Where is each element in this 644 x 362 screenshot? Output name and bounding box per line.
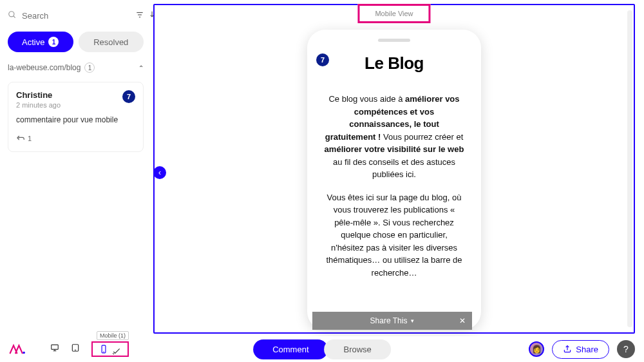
browse-button[interactable]: Browse — [325, 339, 391, 359]
mobile-icon-active[interactable]: Mobile (1) — [91, 341, 129, 357]
tab-resolved-label: Resolved — [93, 37, 128, 47]
page-name-label: la-webeuse.com/blog — [8, 63, 80, 72]
search-row — [8, 8, 144, 24]
user-avatar[interactable]: 👩 — [529, 341, 544, 357]
device-speaker — [378, 39, 410, 42]
device-screen[interactable]: 7 Le Blog Ce blog vous aide à améliorer … — [312, 48, 476, 325]
tablet-icon[interactable] — [71, 343, 80, 355]
desktop-icon[interactable] — [50, 343, 59, 355]
tab-active-label: Active — [22, 37, 44, 47]
filter-icon[interactable] — [135, 10, 144, 21]
close-icon[interactable]: ✕ — [459, 316, 466, 325]
tab-active[interactable]: Active 1 — [8, 32, 73, 52]
share-button-label: Share — [576, 345, 598, 354]
search-input[interactable] — [22, 11, 130, 21]
tab-active-count: 1 — [48, 37, 59, 47]
chevron-up-icon: ⌃ — [138, 64, 144, 71]
blog-title: Le Blog — [324, 53, 464, 73]
right-actions: 👩 Share ? — [529, 340, 635, 359]
comment-card[interactable]: Christine 2 minutes ago 7 commentaire po… — [8, 82, 144, 152]
comment-text: commentaire pour vue mobile — [16, 115, 135, 124]
center-actions: Comment Browse — [253, 339, 391, 359]
bottom-bar: Mobile (1) Comment Browse 👩 Share ? — [0, 336, 644, 362]
comment-author: Christine — [16, 90, 61, 100]
page-group: la-webeuse.com/blog 1 ⌃ — [8, 60, 144, 75]
chevron-down-icon: ▾ — [411, 318, 414, 324]
share-bar[interactable]: Share This ▾ ✕ — [312, 312, 472, 330]
comment-badge: 7 — [122, 90, 135, 103]
replies-icon — [16, 133, 25, 144]
app-logo[interactable] — [9, 343, 27, 356]
share-bar-label: Share This — [370, 316, 408, 325]
preview-viewport: Mobile View ‹ 7 Le Blog Ce blog vous aid… — [153, 4, 635, 334]
svg-point-0 — [9, 12, 14, 17]
viewport-label: Mobile View — [357, 4, 430, 23]
page-row[interactable]: la-webeuse.com/blog 1 ⌃ — [8, 60, 144, 75]
reply-count: 1 — [28, 135, 32, 142]
scrollbar-vertical[interactable] — [627, 10, 632, 327]
sidebar: Active 1 Resolved la-webeuse.com/blog 1 … — [0, 0, 151, 336]
device-switcher: Mobile (1) — [50, 341, 129, 357]
comment-button[interactable]: Comment — [253, 339, 328, 359]
mobile-device-frame: 7 Le Blog Ce blog vous aide à améliorer … — [307, 30, 481, 330]
tab-resolved[interactable]: Resolved — [79, 32, 144, 52]
comment-time: 2 minutes ago — [16, 101, 61, 109]
comment-footer: 1 — [16, 133, 135, 144]
comment-marker[interactable]: 7 — [316, 53, 329, 66]
collapse-sidebar-handle[interactable]: ‹ — [153, 166, 166, 179]
svg-line-1 — [14, 16, 15, 18]
blog-paragraph-1: Ce blog vous aide à améliorer vos compét… — [324, 93, 464, 181]
svg-rect-6 — [52, 345, 59, 349]
page-count: 1 — [84, 62, 95, 73]
search-icon — [8, 10, 17, 21]
svg-point-5 — [23, 352, 25, 354]
mobile-tooltip: Mobile (1) — [97, 331, 129, 340]
blog-paragraph-2: Vous êtes ici sur la page du blog, où vo… — [324, 191, 464, 280]
help-button[interactable]: ? — [617, 340, 635, 358]
status-tabs: Active 1 Resolved — [8, 32, 144, 52]
share-button[interactable]: Share — [552, 340, 609, 359]
